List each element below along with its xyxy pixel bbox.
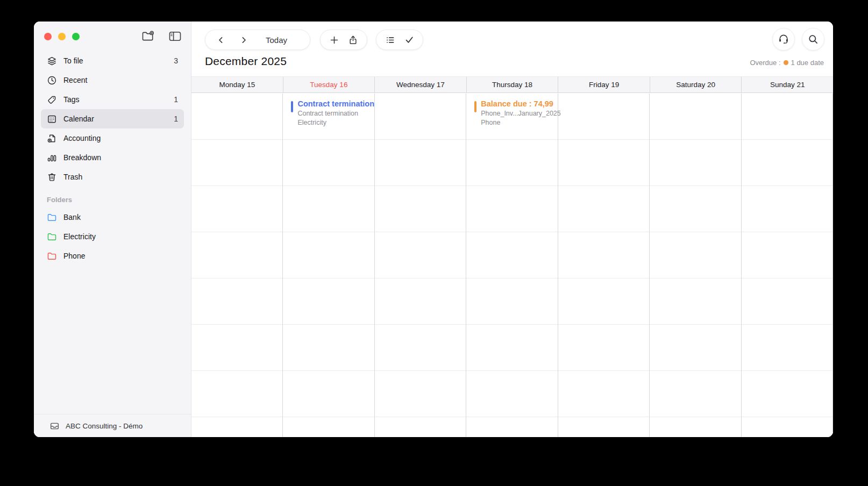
overdue-label: Overdue : — [750, 59, 780, 67]
new-folder-button[interactable] — [141, 31, 154, 42]
headset-icon — [778, 33, 789, 45]
folder-label: Bank — [63, 213, 81, 221]
day-column-monday[interactable] — [191, 94, 283, 437]
day-header-cell: Tuesday 16 — [283, 77, 375, 92]
day-column-thursday[interactable] — [466, 94, 558, 437]
document-upload-icon — [47, 133, 57, 144]
next-week-button[interactable] — [239, 35, 248, 45]
support-button[interactable] — [772, 28, 795, 51]
sidebar: To file 3 Recent T — [34, 22, 191, 437]
day-header-cell: Friday 19 — [558, 77, 650, 92]
day-header-cell: Saturday 20 — [650, 77, 742, 92]
day-column-wednesday[interactable] — [375, 94, 466, 437]
chevron-left-icon — [216, 35, 225, 45]
sidebar-item-label: Calendar — [63, 115, 94, 123]
overdue-count: 1 due date — [791, 59, 824, 67]
day-header-cell: Thursday 18 — [467, 77, 559, 92]
folder-label: Electricity — [63, 232, 96, 241]
inbox-tray-icon — [49, 421, 60, 431]
sidebar-item-trash[interactable]: Trash — [41, 167, 184, 187]
sidebar-item-count: 3 — [174, 56, 178, 65]
calendar-grid: Contract termination Contract terminatio… — [191, 94, 833, 437]
event-card[interactable]: Contract termination Contract terminatio… — [291, 99, 377, 126]
day-header-cell: Wednesday 17 — [375, 77, 467, 92]
sidebar-item-calendar[interactable]: Calendar 1 — [41, 109, 184, 128]
folder-plus-icon — [141, 31, 154, 42]
folder-icon — [47, 212, 57, 223]
day-column-sunday[interactable] — [742, 94, 833, 437]
day-header-row: Monday 15 Tuesday 16 Wednesday 17 Thursd… — [191, 76, 833, 93]
titlebar — [34, 22, 191, 51]
zoom-button[interactable] — [72, 33, 80, 40]
previous-week-button[interactable] — [216, 35, 225, 45]
day-column-friday[interactable] — [558, 94, 650, 437]
event-folder: Phone — [481, 119, 560, 126]
today-button[interactable]: Today — [266, 35, 287, 45]
tag-icon — [47, 95, 57, 105]
add-button[interactable] — [329, 35, 339, 45]
overdue-dot-icon — [784, 60, 788, 65]
sidebar-item-count: 1 — [174, 95, 178, 104]
sidebar-folder-bank[interactable]: Bank — [41, 208, 184, 227]
share-icon — [348, 35, 358, 45]
event-title: Balance due : 74,99 — [481, 99, 560, 108]
toggle-sidebar-button[interactable] — [169, 31, 181, 41]
search-icon — [808, 34, 819, 45]
event-card[interactable]: Balance due : 74,99 Phone_Inv...January_… — [474, 99, 560, 126]
day-header-cell: Monday 15 — [191, 77, 283, 92]
layers-icon — [47, 56, 57, 66]
sidebar-item-accounting[interactable]: Accounting — [41, 128, 184, 148]
workspace-name: ABC Consulting - Démo — [66, 422, 143, 430]
folders-section-header: Folders — [47, 196, 178, 204]
minimize-button[interactable] — [58, 33, 66, 40]
sidebar-item-label: To file — [63, 56, 83, 65]
check-icon — [404, 35, 414, 45]
day-column-tuesday[interactable] — [283, 94, 374, 437]
day-header-cell: Sunday 21 — [742, 77, 833, 92]
day-column-saturday[interactable] — [650, 94, 741, 437]
event-color-bar — [474, 101, 476, 112]
bar-chart-icon — [47, 153, 57, 163]
sidebar-item-recent[interactable]: Recent — [41, 70, 184, 90]
event-folder: Electricity — [297, 119, 377, 126]
event-subtitle: Phone_Inv...January_2025 — [481, 110, 560, 117]
event-color-bar — [291, 101, 293, 112]
sidebar-item-breakdown[interactable]: Breakdown — [41, 148, 184, 167]
chevron-right-icon — [239, 35, 248, 45]
sidebar-item-label: Trash — [63, 173, 82, 181]
calendar-icon — [47, 114, 57, 124]
folder-icon — [47, 232, 57, 242]
sidebar-folder-electricity[interactable]: Electricity — [41, 227, 184, 246]
folder-label: Phone — [63, 252, 85, 260]
sidebar-item-label: Tags — [63, 95, 80, 104]
month-header: December 2025 Overdue : 1 due date — [205, 55, 824, 68]
date-navigation-group: Today — [205, 30, 310, 50]
close-button[interactable] — [44, 33, 52, 40]
sidebar-item-to-file[interactable]: To file 3 — [41, 51, 184, 70]
folder-icon — [47, 251, 57, 261]
sidebar-item-count: 1 — [174, 115, 178, 123]
workspace-switcher[interactable]: ABC Consulting - Démo — [34, 414, 191, 437]
tasks-view-button[interactable] — [404, 35, 414, 45]
list-icon — [385, 35, 395, 45]
sidebar-item-label: Recent — [63, 76, 87, 84]
event-title: Contract termination — [297, 99, 377, 108]
month-title: December 2025 — [205, 55, 287, 68]
add-share-group — [320, 30, 367, 50]
plus-icon — [329, 35, 339, 45]
calendar-view: Today — [191, 22, 833, 437]
trash-icon — [47, 172, 57, 182]
sidebar-item-label: Accounting — [63, 134, 101, 142]
sidebar-folder-phone[interactable]: Phone — [41, 246, 184, 266]
share-button[interactable] — [348, 35, 358, 45]
sidebar-toggle-icon — [169, 31, 181, 41]
event-subtitle: Contract termination — [297, 110, 377, 117]
sidebar-item-tags[interactable]: Tags 1 — [41, 90, 184, 109]
search-button[interactable] — [802, 28, 824, 51]
app-window: To file 3 Recent T — [34, 22, 833, 437]
overdue-status: Overdue : 1 due date — [750, 59, 824, 67]
list-view-button[interactable] — [385, 35, 395, 45]
view-mode-group — [376, 30, 423, 50]
clock-icon — [47, 75, 57, 85]
sidebar-nav: To file 3 Recent T — [34, 51, 191, 187]
